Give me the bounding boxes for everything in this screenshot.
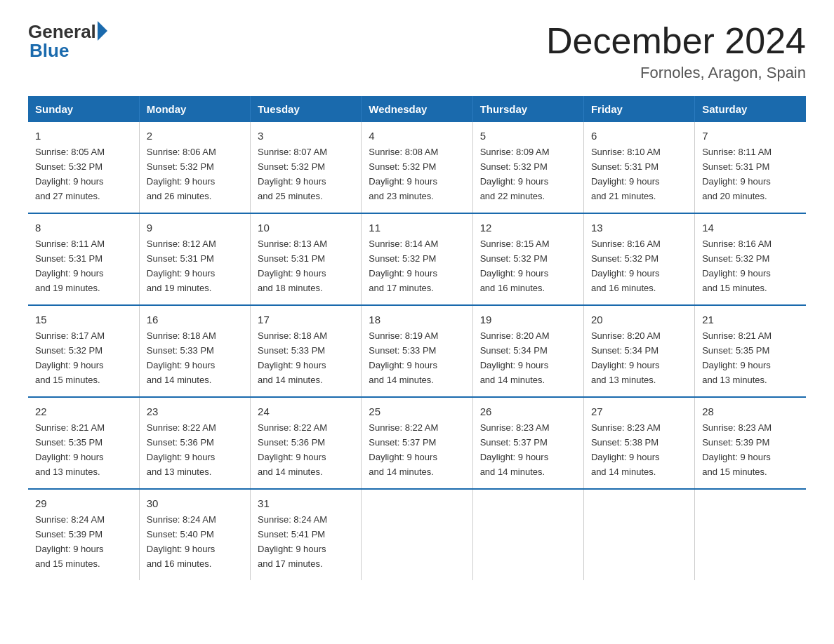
day-info: Sunrise: 8:15 AMSunset: 5:32 PMDaylight:…: [480, 239, 550, 293]
calendar-cell: 2Sunrise: 8:06 AMSunset: 5:32 PMDaylight…: [139, 122, 250, 213]
day-number: 10: [258, 220, 354, 236]
calendar-cell: 23Sunrise: 8:22 AMSunset: 5:36 PMDayligh…: [139, 397, 250, 489]
header-friday: Friday: [583, 96, 694, 122]
day-number: 2: [147, 128, 243, 144]
day-info: Sunrise: 8:21 AMSunset: 5:35 PMDaylight:…: [702, 330, 772, 385]
calendar-cell: [472, 489, 583, 580]
calendar-cell: 3Sunrise: 8:07 AMSunset: 5:32 PMDaylight…: [251, 122, 362, 213]
day-info: Sunrise: 8:19 AMSunset: 5:33 PMDaylight:…: [369, 330, 438, 385]
calendar-cell: 25Sunrise: 8:22 AMSunset: 5:37 PMDayligh…: [362, 397, 472, 489]
day-info: Sunrise: 8:16 AMSunset: 5:32 PMDaylight:…: [702, 239, 772, 293]
day-info: Sunrise: 8:22 AMSunset: 5:36 PMDaylight:…: [147, 422, 216, 477]
day-info: Sunrise: 8:24 AMSunset: 5:41 PMDaylight:…: [258, 514, 327, 569]
calendar-cell: 5Sunrise: 8:09 AMSunset: 5:32 PMDaylight…: [472, 122, 583, 213]
calendar-cell: 30Sunrise: 8:24 AMSunset: 5:40 PMDayligh…: [139, 489, 250, 580]
calendar-cell: 8Sunrise: 8:11 AMSunset: 5:31 PMDaylight…: [28, 213, 139, 305]
calendar-week-row: 29Sunrise: 8:24 AMSunset: 5:39 PMDayligh…: [28, 489, 806, 580]
day-number: 9: [147, 220, 243, 236]
day-info: Sunrise: 8:23 AMSunset: 5:38 PMDaylight:…: [591, 422, 661, 477]
calendar-location: Fornoles, Aragon, Spain: [546, 64, 806, 82]
day-info: Sunrise: 8:22 AMSunset: 5:36 PMDaylight:…: [258, 422, 327, 477]
calendar-cell: 28Sunrise: 8:23 AMSunset: 5:39 PMDayligh…: [695, 397, 806, 489]
calendar-cell: 12Sunrise: 8:15 AMSunset: 5:32 PMDayligh…: [472, 213, 583, 305]
day-info: Sunrise: 8:12 AMSunset: 5:31 PMDaylight:…: [147, 239, 216, 293]
calendar-cell: 11Sunrise: 8:14 AMSunset: 5:32 PMDayligh…: [362, 213, 472, 305]
day-number: 14: [702, 220, 799, 236]
day-number: 20: [591, 311, 687, 328]
day-number: 17: [258, 311, 354, 328]
calendar-table: SundayMondayTuesdayWednesdayThursdayFrid…: [28, 96, 806, 580]
day-number: 16: [147, 311, 243, 328]
day-info: Sunrise: 8:11 AMSunset: 5:31 PMDaylight:…: [35, 239, 105, 293]
calendar-cell: 27Sunrise: 8:23 AMSunset: 5:38 PMDayligh…: [583, 397, 694, 489]
calendar-cell: 26Sunrise: 8:23 AMSunset: 5:37 PMDayligh…: [472, 397, 583, 489]
title-block: December 2024 Fornoles, Aragon, Spain: [546, 21, 806, 82]
calendar-cell: 21Sunrise: 8:21 AMSunset: 5:35 PMDayligh…: [695, 305, 806, 397]
calendar-cell: 6Sunrise: 8:10 AMSunset: 5:31 PMDaylight…: [583, 122, 694, 213]
calendar-cell: 9Sunrise: 8:12 AMSunset: 5:31 PMDaylight…: [139, 213, 250, 305]
day-number: 12: [480, 220, 576, 236]
calendar-header-row: SundayMondayTuesdayWednesdayThursdayFrid…: [28, 96, 806, 122]
calendar-cell: 1Sunrise: 8:05 AMSunset: 5:32 PMDaylight…: [28, 122, 139, 213]
day-info: Sunrise: 8:18 AMSunset: 5:33 PMDaylight:…: [258, 330, 327, 385]
day-number: 31: [258, 495, 354, 511]
day-number: 25: [369, 403, 465, 420]
calendar-cell: [583, 489, 694, 580]
day-info: Sunrise: 8:17 AMSunset: 5:32 PMDaylight:…: [35, 330, 105, 385]
day-number: 6: [591, 128, 687, 144]
day-info: Sunrise: 8:24 AMSunset: 5:40 PMDaylight:…: [147, 514, 216, 569]
calendar-cell: 13Sunrise: 8:16 AMSunset: 5:32 PMDayligh…: [583, 213, 694, 305]
day-number: 13: [591, 220, 687, 236]
calendar-cell: 18Sunrise: 8:19 AMSunset: 5:33 PMDayligh…: [362, 305, 472, 397]
calendar-title: December 2024: [546, 21, 806, 61]
day-number: 7: [702, 128, 799, 144]
day-number: 26: [480, 403, 576, 420]
day-number: 5: [480, 128, 576, 144]
day-number: 28: [702, 403, 799, 420]
day-info: Sunrise: 8:11 AMSunset: 5:31 PMDaylight:…: [702, 147, 772, 201]
calendar-week-row: 15Sunrise: 8:17 AMSunset: 5:32 PMDayligh…: [28, 305, 806, 397]
day-number: 21: [702, 311, 799, 328]
calendar-cell: [362, 489, 472, 580]
day-info: Sunrise: 8:09 AMSunset: 5:32 PMDaylight:…: [480, 147, 550, 201]
calendar-cell: [695, 489, 806, 580]
calendar-cell: 24Sunrise: 8:22 AMSunset: 5:36 PMDayligh…: [251, 397, 362, 489]
calendar-week-row: 1Sunrise: 8:05 AMSunset: 5:32 PMDaylight…: [28, 122, 806, 213]
logo-triangle-icon: [98, 21, 107, 41]
header-saturday: Saturday: [695, 96, 806, 122]
calendar-week-row: 22Sunrise: 8:21 AMSunset: 5:35 PMDayligh…: [28, 397, 806, 489]
day-number: 18: [369, 311, 465, 328]
calendar-cell: 10Sunrise: 8:13 AMSunset: 5:31 PMDayligh…: [251, 213, 362, 305]
day-info: Sunrise: 8:23 AMSunset: 5:37 PMDaylight:…: [480, 422, 550, 477]
calendar-cell: 22Sunrise: 8:21 AMSunset: 5:35 PMDayligh…: [28, 397, 139, 489]
day-info: Sunrise: 8:18 AMSunset: 5:33 PMDaylight:…: [147, 330, 216, 385]
calendar-cell: 14Sunrise: 8:16 AMSunset: 5:32 PMDayligh…: [695, 213, 806, 305]
day-info: Sunrise: 8:21 AMSunset: 5:35 PMDaylight:…: [35, 422, 105, 477]
header-tuesday: Tuesday: [251, 96, 362, 122]
day-number: 29: [35, 495, 132, 511]
day-number: 30: [147, 495, 243, 511]
day-info: Sunrise: 8:06 AMSunset: 5:32 PMDaylight:…: [147, 147, 216, 201]
day-number: 27: [591, 403, 687, 420]
day-number: 23: [147, 403, 243, 420]
day-info: Sunrise: 8:14 AMSunset: 5:32 PMDaylight:…: [369, 239, 438, 293]
header-sunday: Sunday: [28, 96, 139, 122]
day-info: Sunrise: 8:16 AMSunset: 5:32 PMDaylight:…: [591, 239, 661, 293]
calendar-cell: 16Sunrise: 8:18 AMSunset: 5:33 PMDayligh…: [139, 305, 250, 397]
header-monday: Monday: [139, 96, 250, 122]
calendar-cell: 4Sunrise: 8:08 AMSunset: 5:32 PMDaylight…: [362, 122, 472, 213]
day-number: 19: [480, 311, 576, 328]
day-number: 8: [35, 220, 132, 236]
logo-blue-text: Blue: [29, 40, 69, 62]
day-info: Sunrise: 8:13 AMSunset: 5:31 PMDaylight:…: [258, 239, 327, 293]
day-info: Sunrise: 8:24 AMSunset: 5:39 PMDaylight:…: [35, 514, 105, 569]
header-thursday: Thursday: [472, 96, 583, 122]
day-info: Sunrise: 8:07 AMSunset: 5:32 PMDaylight:…: [258, 147, 327, 201]
day-info: Sunrise: 8:08 AMSunset: 5:32 PMDaylight:…: [369, 147, 438, 201]
calendar-cell: 29Sunrise: 8:24 AMSunset: 5:39 PMDayligh…: [28, 489, 139, 580]
page-header: General Blue December 2024 Fornoles, Ara…: [28, 21, 806, 82]
day-number: 22: [35, 403, 132, 420]
calendar-cell: 15Sunrise: 8:17 AMSunset: 5:32 PMDayligh…: [28, 305, 139, 397]
calendar-cell: 20Sunrise: 8:20 AMSunset: 5:34 PMDayligh…: [583, 305, 694, 397]
calendar-cell: 31Sunrise: 8:24 AMSunset: 5:41 PMDayligh…: [251, 489, 362, 580]
